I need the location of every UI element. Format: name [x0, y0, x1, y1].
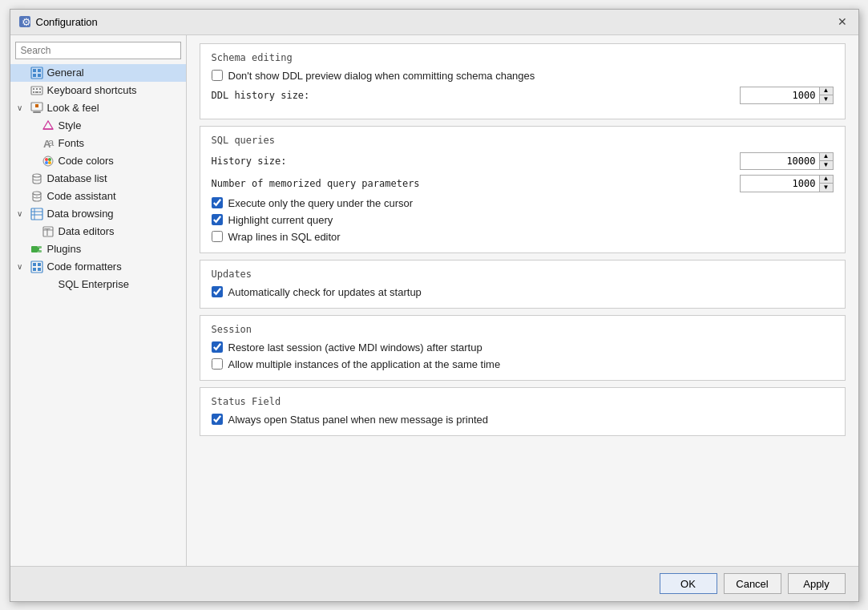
history-size-spin-btns: ▲ ▼ — [820, 152, 834, 170]
sidebar-item-data-editors[interactable]: T Data editors — [10, 223, 186, 240]
memorized-params-spin-btns: ▲ ▼ — [820, 175, 834, 192]
svg-point-26 — [33, 192, 41, 195]
section-schema-editing: Schema editing Don't show DDL preview di… — [200, 43, 846, 119]
execute-only-row: Execute only the query under the cursor — [212, 197, 834, 209]
ddl-history-spin-btns: ▲ ▼ — [820, 87, 834, 104]
highlight-query-label: Highlight current query — [228, 214, 333, 226]
sidebar-item-plugins-label: Plugins — [47, 243, 82, 255]
sidebar-item-general-label: General — [47, 67, 84, 79]
ok-button[interactable]: OK — [660, 573, 717, 594]
wrap-lines-checkbox[interactable] — [212, 231, 223, 242]
restore-session-label: Restore last session (active MDI windows… — [228, 341, 482, 353]
multiple-instances-checkbox[interactable] — [212, 358, 223, 370]
sidebar-item-keyboard-label: Keyboard shortcuts — [47, 84, 137, 96]
session-title: Session — [212, 324, 834, 335]
memorized-params-spin-up[interactable]: ▲ — [820, 176, 833, 184]
execute-only-checkbox[interactable] — [212, 197, 223, 208]
sidebar-item-plugins[interactable]: Plugins — [10, 240, 186, 258]
code-formatters-icon — [30, 261, 43, 273]
highlight-query-checkbox[interactable] — [212, 214, 223, 225]
ddl-history-spin-down[interactable]: ▼ — [820, 95, 833, 103]
dialog-body: General Keyboard shortcuts ∨ Look & feel — [10, 35, 858, 566]
svg-rect-38 — [38, 246, 42, 248]
always-open-status-label: Always open Status panel when new messag… — [228, 414, 488, 426]
history-size-label: History size: — [212, 156, 737, 167]
ddl-history-spin-up[interactable]: ▲ — [820, 87, 833, 95]
svg-rect-43 — [33, 268, 36, 271]
svg-rect-5 — [33, 74, 36, 77]
sidebar-item-general[interactable]: General — [10, 64, 186, 82]
dialog-title: Configuration — [36, 16, 98, 28]
sidebar-item-look-feel[interactable]: ∨ Look & feel — [10, 99, 186, 117]
svg-rect-15 — [33, 111, 41, 113]
section-sql-queries: SQL queries History size: ▲ ▼ Number of … — [200, 126, 846, 253]
general-icon — [30, 67, 43, 79]
history-size-spin-down[interactable]: ▼ — [820, 160, 833, 168]
svg-text:T: T — [44, 226, 50, 238]
sidebar-item-code-formatters[interactable]: ∨ Code formatters — [10, 258, 186, 276]
svg-text:⚙: ⚙ — [22, 16, 31, 28]
ddl-history-spinbox-group: ▲ ▼ — [740, 87, 834, 104]
svg-rect-4 — [38, 69, 41, 72]
history-size-spin-up[interactable]: ▲ — [820, 153, 833, 161]
ddl-history-input[interactable] — [740, 87, 820, 104]
sidebar-item-database-list[interactable]: Database list — [10, 170, 186, 188]
svg-rect-13 — [39, 91, 41, 93]
auto-check-updates-checkbox[interactable] — [212, 286, 223, 297]
memorized-params-input[interactable] — [740, 175, 820, 192]
fonts-icon: Aa — [42, 137, 55, 150]
svg-point-20 — [43, 156, 53, 166]
svg-rect-7 — [31, 87, 42, 95]
svg-rect-10 — [39, 88, 41, 90]
apply-button[interactable]: Apply — [788, 573, 846, 594]
sidebar-item-code-colors[interactable]: Code colors — [10, 152, 186, 170]
sidebar-item-data-editors-label: Data editors — [59, 225, 115, 237]
data-browsing-icon — [30, 208, 43, 220]
section-updates: Updates Automatically check for updates … — [200, 260, 846, 309]
always-open-status-checkbox[interactable] — [212, 414, 223, 425]
ddl-preview-row: Don't show DDL preview dialog when commi… — [212, 70, 834, 82]
sidebar-item-fonts[interactable]: Aa Fonts — [10, 135, 186, 152]
data-browsing-expand: ∨ — [17, 209, 26, 218]
svg-rect-11 — [33, 91, 34, 93]
svg-rect-44 — [38, 268, 41, 271]
section-status-field: Status Field Always open Status panel wh… — [200, 387, 846, 436]
svg-point-21 — [45, 158, 48, 161]
database-list-icon — [30, 172, 43, 185]
configuration-dialog: ⚙ Configuration ✕ General — [10, 9, 859, 602]
memorized-params-spin-down[interactable]: ▼ — [820, 183, 833, 191]
svg-rect-42 — [38, 263, 41, 266]
svg-rect-9 — [36, 88, 38, 90]
memorized-params-spinbox-group: ▲ ▼ — [740, 175, 834, 192]
title-bar: ⚙ Configuration ✕ — [10, 10, 858, 35]
search-input[interactable] — [15, 42, 181, 59]
plugins-icon — [30, 243, 43, 256]
sidebar-item-fonts-label: Fonts — [59, 137, 85, 149]
sidebar-item-code-assistant[interactable]: Code assistant — [10, 188, 186, 205]
code-formatters-expand: ∨ — [17, 262, 26, 271]
sidebar-item-code-formatters-label: Code formatters — [47, 261, 122, 273]
history-size-input[interactable] — [740, 152, 820, 170]
svg-rect-12 — [35, 91, 38, 93]
sidebar-item-sql-enterprise[interactable]: SQL Enterprise — [10, 276, 186, 293]
sidebar-item-keyboard[interactable]: Keyboard shortcuts — [10, 82, 186, 99]
code-colors-icon — [42, 155, 55, 168]
sidebar-item-database-list-label: Database list — [47, 172, 107, 184]
history-size-row: History size: ▲ ▼ — [212, 152, 834, 170]
sidebar-item-look-feel-label: Look & feel — [47, 102, 99, 114]
sidebar-item-sql-enterprise-label: SQL Enterprise — [59, 278, 129, 290]
wrap-lines-label: Wrap lines in SQL editor — [228, 231, 341, 243]
code-assistant-icon — [30, 190, 43, 203]
sidebar-item-style[interactable]: Style — [10, 117, 186, 135]
svg-text:a: a — [48, 137, 55, 148]
close-button[interactable]: ✕ — [834, 14, 850, 30]
ddl-preview-checkbox[interactable] — [212, 70, 223, 81]
highlight-query-row: Highlight current query — [212, 214, 834, 226]
svg-point-24 — [48, 161, 51, 164]
style-icon — [42, 119, 55, 132]
sidebar-item-data-browsing[interactable]: ∨ Data browsing — [10, 205, 186, 223]
restore-session-checkbox[interactable] — [212, 341, 223, 353]
ddl-history-row: DDL history size: ▲ ▼ — [212, 87, 834, 104]
sidebar-item-data-browsing-label: Data browsing — [47, 208, 114, 220]
cancel-button[interactable]: Cancel — [724, 573, 781, 594]
